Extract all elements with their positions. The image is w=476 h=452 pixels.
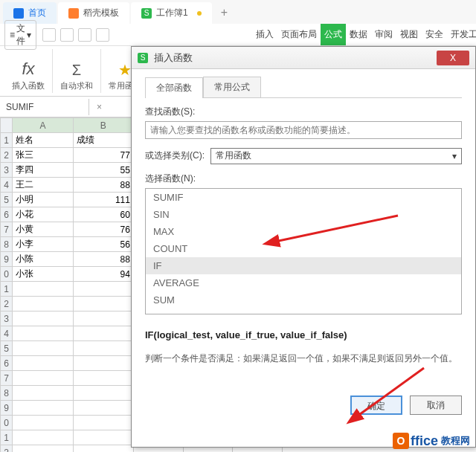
row-header[interactable]: 8	[1, 237, 13, 252]
row-header[interactable]: 6	[1, 207, 13, 222]
cell[interactable]: 60	[73, 207, 133, 222]
menu-formula[interactable]: 公式	[321, 24, 346, 45]
col-header-b[interactable]: B	[73, 118, 133, 133]
fx-icon: fx	[22, 59, 34, 79]
row-header[interactable]: 1	[1, 133, 13, 148]
cell[interactable]: 88	[73, 252, 133, 267]
tab-templates[interactable]: 稻壳模板	[58, 2, 129, 24]
name-box[interactable]: SUMIF	[0, 99, 89, 115]
function-description-area: IF(logical_test, value_if_true, value_if…	[145, 329, 462, 366]
row-header[interactable]: 9	[1, 401, 13, 416]
qat-print-icon[interactable]	[60, 28, 74, 42]
ribbon-autosum[interactable]: Σ 自动求和	[53, 49, 101, 93]
find-function-input[interactable]	[145, 121, 462, 139]
menu-insert[interactable]: 插入	[252, 24, 277, 45]
cell[interactable]: 小李	[13, 237, 73, 252]
menu-view[interactable]: 视图	[396, 24, 422, 45]
cell[interactable]: 55	[73, 163, 133, 178]
category-value: 常用函数	[216, 149, 251, 162]
dialog-tab-all[interactable]: 全部函数	[145, 77, 203, 98]
row-header[interactable]: 5	[1, 341, 13, 356]
cell[interactable]: 王二	[13, 178, 73, 193]
cell[interactable]: 小明	[13, 193, 73, 207]
qat-save-icon[interactable]	[42, 28, 56, 42]
ribbon-insert-function[interactable]: fx 插入函数	[4, 49, 53, 93]
row-header[interactable]: 0	[1, 416, 13, 430]
home-icon	[13, 8, 24, 19]
dialog-close-button[interactable]: X	[437, 51, 469, 65]
qat-redo-icon[interactable]	[96, 28, 109, 42]
function-list-item[interactable]: AVERAGE	[146, 274, 461, 291]
function-list-item[interactable]: SUM	[146, 291, 461, 309]
cell[interactable]: 111	[73, 193, 133, 207]
app-tab-bar: 首页 稻壳模板 S 工作簿1 +	[0, 0, 476, 24]
row-header[interactable]: 6	[1, 356, 13, 371]
cell[interactable]: 姓名	[13, 133, 73, 148]
cell[interactable]: 小陈	[13, 252, 73, 267]
menu-devtools[interactable]: 开发工具	[447, 24, 476, 45]
menu-pagelayout[interactable]: 页面布局	[277, 24, 321, 45]
ok-button[interactable]: 确定	[350, 396, 402, 415]
dialog-titlebar[interactable]: S 插入函数 X	[132, 47, 475, 69]
ribbon-insert-function-label: 插入函数	[12, 80, 45, 91]
cell[interactable]: 76	[73, 222, 133, 237]
menu-data[interactable]: 数据	[346, 24, 371, 45]
function-description: 判断一个条件是否满足：如果满足返回一个值，如果不满足则返回另外一个值。	[145, 351, 462, 366]
cell[interactable]: 张三	[13, 148, 73, 163]
col-header-a[interactable]: A	[13, 118, 73, 133]
row-header[interactable]: 1	[1, 430, 13, 445]
row-header[interactable]: 2	[1, 148, 13, 163]
chevron-down-icon: ▾	[452, 151, 457, 161]
dialog-tab-common[interactable]: 常用公式	[203, 77, 261, 97]
file-menu[interactable]: ≡ 文件 ▾	[4, 20, 36, 50]
row-header[interactable]: 3	[1, 311, 13, 326]
cancel-formula-button[interactable]: ×	[89, 102, 109, 112]
category-select[interactable]: 常用函数 ▾	[210, 148, 462, 164]
row-header[interactable]: 1	[1, 282, 13, 297]
row-header[interactable]: 0	[1, 267, 13, 282]
row-header[interactable]: 4	[1, 178, 13, 193]
cell[interactable]: 56	[73, 237, 133, 252]
cell[interactable]: 94	[73, 267, 133, 282]
tab-home-label: 首页	[28, 7, 46, 19]
watermark-chinese: 教程网	[441, 434, 470, 448]
function-list-item[interactable]: MAX	[146, 223, 461, 240]
cell[interactable]: 小张	[13, 267, 73, 282]
row-header[interactable]: 2	[1, 445, 13, 453]
cell[interactable]: 小花	[13, 207, 73, 222]
dialog-body: 全部函数 常用公式 查找函数(S): 或选择类别(C): 常用函数 ▾ 选择函数…	[132, 69, 475, 424]
insert-function-dialog: S 插入函数 X 全部函数 常用公式 查找函数(S): 或选择类别(C): 常用…	[131, 46, 476, 448]
row-header[interactable]: 5	[1, 193, 13, 207]
row-header[interactable]: 7	[1, 222, 13, 237]
function-list-item[interactable]: SUMIF	[146, 189, 461, 206]
cell[interactable]: 成绩	[73, 133, 133, 148]
row-header[interactable]: 7	[1, 371, 13, 386]
tab-workbook[interactable]: S 工作簿1	[131, 2, 212, 24]
cancel-button[interactable]: 取消	[410, 396, 462, 415]
cell[interactable]: 小黄	[13, 222, 73, 237]
ribbon-menu-tabs: 插入 页面布局 公式 数据 审阅 视图 安全 开发工具 特色	[252, 24, 476, 45]
cell[interactable]: 77	[73, 148, 133, 163]
select-all-corner[interactable]	[1, 118, 13, 133]
template-icon	[68, 8, 79, 19]
row-header[interactable]: 8	[1, 386, 13, 401]
star-icon: ★	[118, 61, 132, 79]
row-header[interactable]: 4	[1, 326, 13, 341]
menu-review[interactable]: 审阅	[371, 24, 396, 45]
file-menu-label: 文件	[16, 22, 25, 48]
toolbar-row: ≡ 文件 ▾ 插入 页面布局 公式 数据 审阅 视图 安全 开发工具 特色 🔍 …	[0, 24, 476, 46]
watermark-logo-icon: O	[393, 433, 409, 449]
row-header[interactable]: 9	[1, 252, 13, 267]
menu-security[interactable]: 安全	[422, 24, 447, 45]
cell[interactable]: 88	[73, 178, 133, 193]
dialog-tabs: 全部函数 常用公式	[145, 77, 462, 98]
qat-undo-icon[interactable]	[78, 28, 91, 42]
cell[interactable]: 李四	[13, 163, 73, 178]
add-tab-button[interactable]: +	[213, 1, 235, 24]
function-list-item[interactable]: SIN	[146, 206, 461, 223]
function-list[interactable]: SUMIFSINMAXCOUNTIFAVERAGESUM	[145, 188, 462, 314]
row-header[interactable]: 2	[1, 297, 13, 311]
row-header[interactable]: 3	[1, 163, 13, 178]
function-list-item[interactable]: IF	[146, 257, 461, 274]
function-list-item[interactable]: COUNT	[146, 240, 461, 257]
